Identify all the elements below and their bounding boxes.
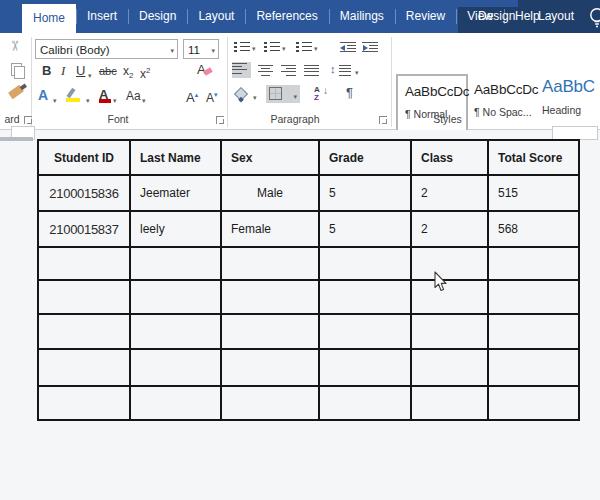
- table-cell[interactable]: [488, 280, 579, 314]
- cut-scissors-icon[interactable]: ✂: [7, 40, 23, 52]
- header-cell[interactable]: Total Score: [488, 140, 579, 175]
- table-cell[interactable]: [319, 314, 411, 349]
- chevron-down-icon[interactable]: ▾: [282, 42, 286, 56]
- decrease-indent-icon[interactable]: [340, 41, 356, 53]
- table-cell[interactable]: [130, 386, 221, 420]
- change-case-button[interactable]: Aa: [126, 89, 141, 103]
- table-cell[interactable]: [411, 386, 488, 420]
- table-cell[interactable]: Female: [221, 211, 319, 247]
- table-cell[interactable]: 515: [488, 175, 579, 211]
- table-cell[interactable]: [221, 247, 319, 280]
- chevron-down-icon[interactable]: ▾: [293, 90, 297, 104]
- tab-mailings[interactable]: Mailings: [329, 0, 395, 33]
- subscript-button[interactable]: x2: [123, 64, 133, 83]
- table-cell[interactable]: [488, 247, 579, 280]
- tab-table-layout[interactable]: Layout: [538, 0, 574, 33]
- underline-button[interactable]: U: [76, 64, 85, 78]
- paragraph-dialog-launcher[interactable]: [379, 116, 387, 124]
- table-cell[interactable]: 5: [319, 211, 411, 247]
- strikethrough-button[interactable]: abc: [99, 64, 117, 78]
- chevron-down-icon[interactable]: ▾: [253, 91, 257, 105]
- tab-home[interactable]: Home: [22, 4, 76, 33]
- table-cell[interactable]: 2: [411, 175, 488, 211]
- show-hide-pilcrow-button[interactable]: ¶: [346, 86, 353, 100]
- header-cell[interactable]: Grade: [319, 140, 411, 175]
- chevron-down-icon[interactable]: ▾: [86, 94, 90, 108]
- tab-layout[interactable]: Layout: [187, 0, 245, 33]
- increase-indent-icon[interactable]: [362, 41, 378, 53]
- table-cell[interactable]: [319, 349, 411, 386]
- table-cell[interactable]: [221, 280, 319, 314]
- style-heading[interactable]: AaBbC Heading: [542, 77, 600, 116]
- tab-table-design[interactable]: Design: [478, 0, 515, 33]
- header-cell[interactable]: Student ID: [38, 140, 130, 175]
- chevron-down-icon[interactable]: ▾: [142, 94, 146, 108]
- copy-icon[interactable]: [11, 63, 22, 76]
- table-cell[interactable]: [221, 386, 319, 420]
- table-cell[interactable]: [488, 314, 579, 349]
- font-color-button[interactable]: A: [99, 88, 111, 103]
- table-cell[interactable]: [319, 247, 411, 280]
- chevron-down-icon[interactable]: ▾: [314, 42, 318, 56]
- table-cell[interactable]: [488, 386, 579, 420]
- multilevel-list-icon[interactable]: [296, 41, 312, 53]
- header-cell[interactable]: Last Name: [130, 140, 221, 175]
- tab-review[interactable]: Review: [395, 0, 456, 33]
- table-cell[interactable]: [130, 349, 221, 386]
- table-cell[interactable]: [130, 280, 221, 314]
- bold-button[interactable]: B: [42, 64, 51, 78]
- numbering-icon[interactable]: [264, 41, 280, 53]
- text-effects-button[interactable]: A: [38, 88, 48, 102]
- document-canvas[interactable]: Student ID Last Name Sex Grade Class Tot…: [0, 130, 600, 500]
- chevron-down-icon[interactable]: ▾: [252, 42, 256, 56]
- format-painter-icon[interactable]: [8, 85, 24, 100]
- tab-references[interactable]: References: [245, 0, 328, 33]
- align-right-button[interactable]: [281, 64, 296, 76]
- style-normal[interactable]: AaBbCcDc ¶ Normal: [396, 74, 468, 137]
- clear-formatting-button[interactable]: A: [197, 63, 212, 77]
- text-highlight-button[interactable]: [66, 88, 82, 102]
- table-cell[interactable]: 2100015836: [38, 175, 130, 211]
- chevron-down-icon[interactable]: ▾: [53, 94, 57, 108]
- table-cell[interactable]: Male: [221, 175, 319, 211]
- sort-button[interactable]: AZ↓: [314, 86, 320, 102]
- table-cell[interactable]: [411, 247, 488, 280]
- header-cell[interactable]: Class: [411, 140, 488, 175]
- line-spacing-button[interactable]: ↕: [330, 62, 336, 76]
- table-cell[interactable]: 2100015837: [38, 211, 130, 247]
- table-cell[interactable]: 5: [319, 175, 411, 211]
- borders-button[interactable]: ▾: [266, 85, 300, 103]
- table-cell[interactable]: [411, 349, 488, 386]
- table-cell[interactable]: [411, 280, 488, 314]
- table-cell[interactable]: leely: [130, 211, 221, 247]
- table-cell[interactable]: 2: [411, 211, 488, 247]
- table-cell[interactable]: [38, 349, 130, 386]
- tab-insert[interactable]: Insert: [76, 0, 128, 33]
- table-cell[interactable]: [411, 314, 488, 349]
- grow-font-button[interactable]: A▴: [186, 88, 198, 105]
- table-cell[interactable]: [221, 349, 319, 386]
- table-cell[interactable]: [38, 247, 130, 280]
- chevron-down-icon[interactable]: ▾: [113, 94, 117, 108]
- align-left-button[interactable]: [232, 62, 251, 78]
- chevron-down-icon[interactable]: ▾: [211, 41, 215, 59]
- shading-button[interactable]: [234, 86, 250, 102]
- superscript-button[interactable]: x2: [140, 64, 150, 81]
- table-cell[interactable]: [319, 280, 411, 314]
- shrink-font-button[interactable]: A▾: [206, 88, 218, 105]
- chevron-down-icon[interactable]: ▾: [170, 41, 174, 59]
- table-cell[interactable]: [130, 247, 221, 280]
- table-cell[interactable]: [488, 349, 579, 386]
- bullets-icon[interactable]: [234, 41, 250, 53]
- font-name-combobox[interactable]: Calibri (Body) ▾: [35, 39, 178, 59]
- align-center-button[interactable]: [258, 64, 273, 76]
- table-cell[interactable]: [319, 386, 411, 420]
- header-cell[interactable]: Sex: [221, 140, 319, 175]
- table-cell[interactable]: [130, 314, 221, 349]
- table-cell[interactable]: [221, 314, 319, 349]
- table-cell[interactable]: Jeemater: [130, 175, 221, 211]
- chevron-down-icon[interactable]: ▾: [355, 66, 359, 80]
- table-cell[interactable]: [38, 280, 130, 314]
- chevron-down-icon[interactable]: ▾: [88, 69, 92, 83]
- table-cell[interactable]: [38, 386, 130, 420]
